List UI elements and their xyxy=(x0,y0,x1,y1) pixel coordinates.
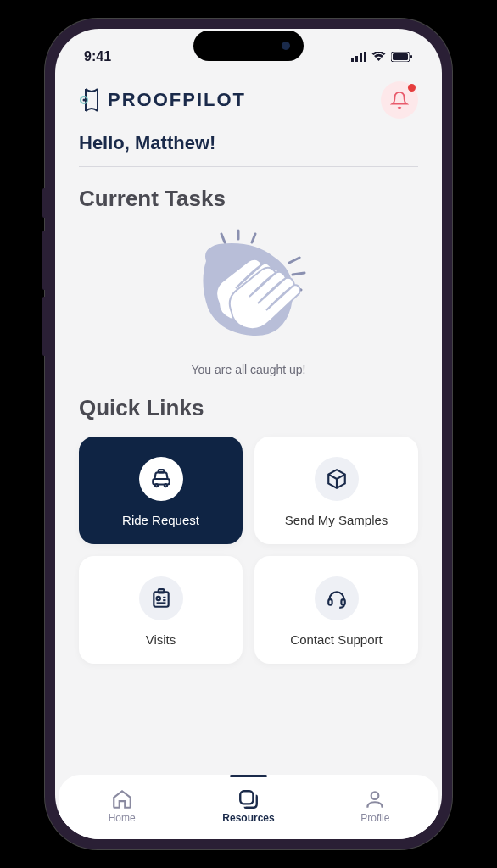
logo-text: PROOFPILOT xyxy=(108,89,246,111)
svg-rect-27 xyxy=(240,791,253,804)
box-icon xyxy=(315,457,359,501)
resources-icon xyxy=(237,788,260,810)
quick-link-visits[interactable]: Visits xyxy=(79,556,243,664)
logo-icon xyxy=(79,87,104,113)
quick-links-title: Quick Links xyxy=(79,395,418,421)
svg-point-8 xyxy=(83,99,86,102)
current-tasks-title: Current Tasks xyxy=(79,186,418,212)
headset-icon xyxy=(315,576,359,620)
nav-label: Resources xyxy=(222,812,274,824)
svg-line-11 xyxy=(252,234,255,242)
quick-link-label: Contact Support xyxy=(290,632,382,647)
home-icon xyxy=(111,788,133,810)
cellular-icon xyxy=(351,52,366,62)
tasks-empty-text: You are all caught up! xyxy=(192,363,306,376)
quick-link-label: Ride Request xyxy=(122,513,199,527)
quick-link-contact-support[interactable]: Contact Support xyxy=(254,556,418,664)
status-time: 9:41 xyxy=(84,49,111,64)
svg-line-9 xyxy=(221,234,225,242)
nav-label: Profile xyxy=(360,812,389,824)
nav-home[interactable]: Home xyxy=(80,783,165,824)
app-logo: PROOFPILOT xyxy=(79,87,246,113)
device-notch xyxy=(193,31,304,61)
wifi-icon xyxy=(371,52,386,62)
bottom-nav: Home Resources Profile xyxy=(59,775,438,839)
svg-rect-26 xyxy=(341,599,344,605)
badge-icon xyxy=(139,576,183,620)
quick-link-label: Send My Samples xyxy=(285,513,388,527)
svg-rect-1 xyxy=(355,56,358,62)
greeting-text: Hello, Matthew! xyxy=(79,132,418,167)
svg-point-28 xyxy=(371,792,379,799)
svg-line-12 xyxy=(289,258,299,263)
nav-profile[interactable]: Profile xyxy=(332,783,417,824)
svg-rect-5 xyxy=(393,53,408,60)
quick-link-ride-request[interactable]: Ride Request xyxy=(79,437,243,544)
svg-line-13 xyxy=(293,273,304,275)
quick-links-grid: Ride Request Send My Samples Visits xyxy=(79,437,418,664)
nav-resources[interactable]: Resources xyxy=(206,783,291,824)
clap-illustration xyxy=(172,227,325,354)
svg-rect-25 xyxy=(328,599,332,605)
tasks-empty-state: You are all caught up! xyxy=(79,227,418,376)
svg-rect-0 xyxy=(351,58,354,62)
quick-link-label: Visits xyxy=(146,632,176,647)
battery-icon xyxy=(391,52,413,62)
quick-link-send-samples[interactable]: Send My Samples xyxy=(254,437,418,544)
svg-point-21 xyxy=(156,597,159,600)
bell-icon xyxy=(390,91,409,109)
nav-label: Home xyxy=(109,812,136,824)
svg-rect-6 xyxy=(410,55,412,58)
status-icons xyxy=(351,52,413,62)
svg-rect-2 xyxy=(360,53,362,62)
app-header: PROOFPILOT xyxy=(55,75,442,132)
profile-icon xyxy=(364,788,386,810)
phone-frame: 9:41 PROOFPILOT xyxy=(45,19,452,849)
main-content: Hello, Matthew! Current Tasks xyxy=(55,132,442,775)
notifications-button[interactable] xyxy=(381,81,418,119)
taxi-icon xyxy=(139,457,183,501)
svg-rect-3 xyxy=(364,52,366,62)
screen: 9:41 PROOFPILOT xyxy=(55,29,442,839)
